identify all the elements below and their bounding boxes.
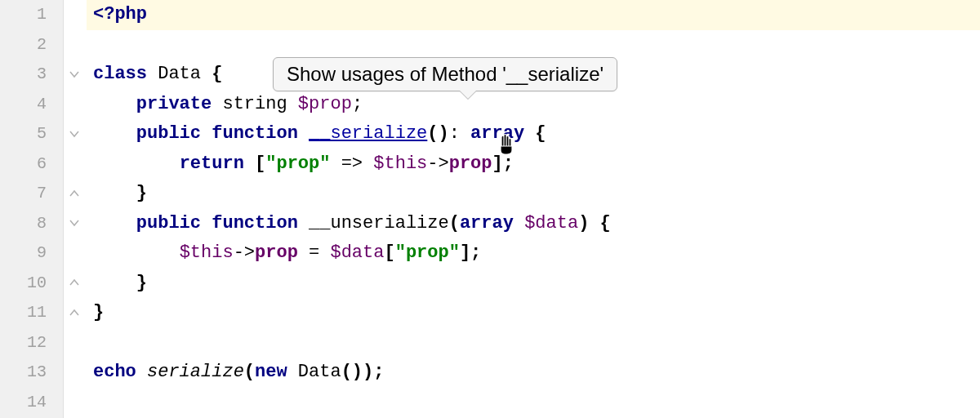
code-line[interactable]: public function __serialize(): array { [87,119,980,149]
fold-open-icon[interactable] [67,216,82,230]
paren: ) [578,213,589,233]
code-area[interactable]: <?php class Data { private string $prop;… [87,0,980,418]
paren: ); [363,362,384,382]
keyword-new: new [255,362,298,382]
method-name: __unserialize [309,213,449,233]
arrow: => [330,153,373,174]
semicolon: ; [352,94,363,114]
php-open-tag: <?php [93,4,147,24]
line-number[interactable]: 5 [0,119,63,149]
accessor: -> [427,153,448,174]
type: string [222,94,297,114]
method-name-link[interactable]: __serialize [309,123,427,144]
property: prop [449,153,492,174]
line-number[interactable]: 10 [0,269,63,299]
class-name: Data [158,64,201,84]
code-line[interactable] [87,328,980,358]
bracket: ]; [460,242,481,263]
paren: ( [244,362,255,382]
line-number[interactable]: 6 [0,149,63,180]
tooltip-text: Show usages of Method '__serialize' [287,63,604,85]
line-number[interactable]: 2 [0,30,63,60]
line-number[interactable]: 4 [0,90,63,120]
return-type: array [470,123,524,144]
fold-open-icon[interactable] [67,67,82,82]
line-number[interactable]: 13 [0,358,63,388]
keyword-echo: echo [93,362,147,382]
accessor: -> [234,242,255,263]
keyword-public: public [136,213,212,233]
keyword-function: function [212,123,309,144]
equals: = [298,242,331,263]
variable: $prop [298,94,352,114]
property: prop [255,242,298,263]
code-line[interactable] [87,388,980,418]
code-line[interactable] [87,30,980,60]
line-number[interactable]: 8 [0,209,63,239]
usages-tooltip[interactable]: Show usages of Method '__serialize' [273,57,617,91]
keyword-return: return [180,153,255,174]
keyword-private: private [136,94,223,114]
line-number[interactable]: 7 [0,179,63,209]
code-line[interactable]: return ["prop" => $this->prop]; [87,149,980,180]
fold-close-icon[interactable] [67,275,82,290]
brace: { [589,213,610,233]
keyword-public: public [136,123,212,144]
fold-gutter [64,0,87,418]
brace: } [136,183,147,203]
line-number-gutter: 1 2 3 4 5 6 7 8 9 10 11 12 13 14 [0,0,64,418]
string: "prop" [395,242,460,263]
bracket: [ [384,242,394,263]
code-line[interactable]: } [87,179,980,209]
this-var: $this [180,242,234,263]
brace: } [136,273,147,293]
keyword-function: function [212,213,309,233]
paren: ( [449,213,460,233]
variable: $data [330,242,384,263]
line-number[interactable]: 3 [0,60,63,90]
code-line[interactable]: public function __unserialize(array $dat… [87,209,980,239]
param-var: $data [524,213,578,233]
fold-close-icon[interactable] [67,186,82,201]
bracket: ]; [492,153,514,174]
code-line[interactable]: <?php [87,0,980,30]
code-line[interactable]: echo serialize(new Data()); [87,358,980,388]
code-line[interactable]: } [87,298,980,328]
paren: () [427,123,448,144]
paren: () [341,362,363,382]
brace: { [524,123,546,144]
code-line[interactable]: $this->prop = $data["prop"]; [87,238,980,269]
line-number[interactable]: 14 [0,388,63,418]
code-line[interactable]: } [87,269,980,299]
fold-open-icon[interactable] [67,127,82,141]
keyword-class: class [93,64,158,84]
code-editor: 1 2 3 4 5 6 7 8 9 10 11 12 13 14 [0,0,980,418]
line-number[interactable]: 1 [0,0,63,30]
string: "prop" [265,153,330,174]
colon: : [449,123,470,144]
bracket: [ [255,153,265,174]
this-var: $this [373,153,427,174]
brace: { [201,64,222,84]
class-ref: Data [298,362,341,382]
function-call: serialize [147,362,244,382]
code-line[interactable]: private string $prop; [87,90,980,120]
fold-close-icon[interactable] [67,305,82,320]
line-number[interactable]: 12 [0,328,63,358]
brace: } [93,302,104,322]
line-number[interactable]: 11 [0,298,63,328]
param-type: array [460,213,524,233]
line-number[interactable]: 9 [0,238,63,269]
